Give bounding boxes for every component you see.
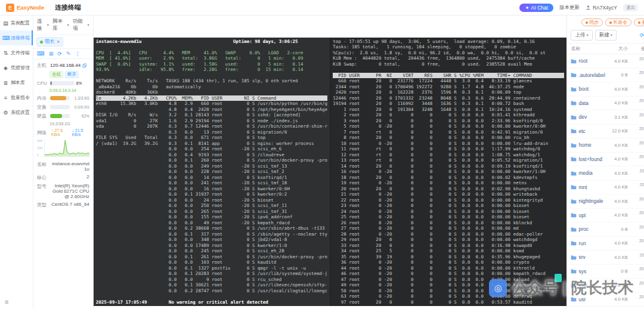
version-update-link[interactable]: 版本更新 bbox=[559, 4, 580, 11]
terminal-line: 0.3 0.0 13 root 0 S migration/0 bbox=[96, 129, 327, 135]
file-size: 4.0 KB bbox=[605, 86, 628, 92]
file-row[interactable]: opt 4.0 KB 2025-09-15 10:46:20 bbox=[567, 209, 644, 223]
file-row[interactable]: boot 4.0 KB 2023-12-05 21:03:49 bbox=[567, 82, 644, 97]
refresh-icon[interactable]: ⟳ bbox=[640, 32, 644, 38]
session-toolbar: ⌨ ⊞ ⟳ ✎ ⋮ bbox=[33, 49, 93, 59]
terminal-line: %Cpu(s): 2.0 us, 1.8 sy, 0.0 ni, 96.2 id… bbox=[333, 50, 564, 56]
folder-icon bbox=[571, 58, 577, 64]
collapse-sidebar-button[interactable]: ≡ bbox=[0, 295, 13, 309]
logout-button[interactable]: 退出 bbox=[623, 4, 638, 11]
file-row[interactable]: srv 4.0 KB 2018-04-11 12:59:55 bbox=[567, 251, 644, 265]
terminal-line: NETWORK Rx/s Tx/s TASKS 188 (434 thr), 1… bbox=[96, 78, 327, 84]
new-button[interactable]: 新建 ▾ bbox=[595, 30, 617, 41]
user-menu[interactable]: RA7X4ycY bbox=[586, 5, 617, 11]
sidebar-item[interactable]: ≡ 批量指令 bbox=[0, 90, 33, 105]
dropdown-menu[interactable]: 脚本库 ▾ bbox=[52, 18, 69, 32]
spark-ymax: 40K bbox=[37, 139, 43, 143]
spark-ymin: 0 bbox=[37, 153, 43, 157]
upload-button[interactable]: 上传 ▾ bbox=[571, 30, 592, 41]
terminal-line: 36 root 0 -20 0 0 0 S 0.0 0.0 0:00.00 cr… bbox=[333, 259, 564, 265]
file-row[interactable]: usr 4.0 KB 2025-09-06 03:42:05 bbox=[567, 293, 644, 307]
file-row[interactable]: home 4.0 KB 2024-09-04 16:21:53 bbox=[567, 138, 644, 153]
dropdown-label: 功能项 bbox=[73, 18, 87, 32]
terminal-line: 22 root 0 -20 0 0 0 S 0.0 0.0 0:00.00 ki… bbox=[333, 197, 564, 203]
terminal-line: 10 root 0 -20 0 0 0 S 0.0 0.0 0:00.00 lr… bbox=[333, 141, 564, 147]
terminal-line: 0.0 0.1 260 root 0 S /usr/bin/docker-pro… bbox=[96, 157, 327, 163]
disconnect-button[interactable]: 断开 bbox=[65, 71, 79, 78]
file-mtime: 2025-09-16 15:33:41 bbox=[628, 267, 644, 276]
file-row[interactable]: sys 0 B 2025-09-16 15:33:41 bbox=[567, 265, 644, 279]
upload-rate: ↑ 27.6 KB/s bbox=[51, 128, 69, 137]
file-size: 12.0 KB bbox=[605, 128, 628, 134]
dropdown-menu[interactable]: 连接 ▾ bbox=[37, 18, 49, 32]
feature-pill[interactable]: 同步 bbox=[581, 18, 603, 26]
more-icon[interactable]: ⋮ bbox=[75, 51, 80, 57]
file-row[interactable]: nightingale 4.0 KB 2025-09-17 11:04:23 bbox=[567, 194, 644, 209]
file-name: root bbox=[578, 58, 605, 64]
sidebar-item[interactable]: ⇅ 文件传输 bbox=[0, 45, 33, 60]
column-name[interactable]: 名称 bbox=[571, 45, 605, 52]
file-row[interactable]: run 4.0 KB 2025-09-16 15:41:42 bbox=[567, 237, 644, 251]
folder-icon bbox=[571, 227, 577, 232]
file-row[interactable]: proc 0 B 2025-09-16 15:33:40 bbox=[567, 223, 644, 237]
file-row[interactable]: tmp 4.0 KB 2025-09-17 17:03:10 bbox=[567, 279, 644, 293]
terminal-line: 0.0 0.0 14 root 0 S ksoftirqd/1 bbox=[96, 175, 327, 181]
feature-pill[interactable]: 多窗口 bbox=[634, 18, 644, 26]
sidebar-item[interactable]: ◈ 凭据管理 bbox=[0, 60, 33, 75]
file-mtime-time: 15:33:40 bbox=[628, 229, 644, 234]
sidebar-item[interactable]: ▤ 实例配置 bbox=[0, 16, 33, 30]
terminal-pane-top[interactable]: top - 17:05:51 up 98 days, 3:06, 5 users… bbox=[330, 38, 566, 307]
edit-icon[interactable]: ✎ bbox=[66, 51, 71, 57]
terminal-line: 35 root 39 19 0 0 0 S 0.0 0.0 0:35.96 kh… bbox=[333, 254, 564, 260]
column-size[interactable]: 大小 bbox=[605, 45, 628, 52]
close-tab-icon[interactable]: × bbox=[57, 39, 60, 45]
sidebar-item[interactable]: ⚙ 系统设置 bbox=[0, 105, 33, 120]
terminal-pane-glances[interactable]: instance-euwvmd1u Uptime: 98 days, 3:06:… bbox=[94, 38, 330, 307]
terminal-line: 2344 root 20 0 1700496 192272 9280 S 1.7… bbox=[333, 84, 564, 90]
session-tab[interactable]: 萌长 × bbox=[36, 37, 63, 47]
file-row[interactable]: mnt 4.0 KB 2018-04-11 12:59:55 bbox=[567, 181, 644, 195]
sidebar-item-label: 批量指令 bbox=[11, 94, 30, 101]
file-row[interactable]: data 4.0 KB 2025-09-16 15:35:33 bbox=[567, 97, 644, 111]
feature-pill[interactable]: 长命令 bbox=[605, 18, 631, 26]
file-table-header: 名称 大小 修改时间 bbox=[567, 44, 644, 54]
file-row[interactable]: .autorelabel 0 B 2023-12-05 21:03:46 bbox=[567, 69, 644, 83]
sidebar-item-icon: ◈ bbox=[2, 65, 9, 71]
scroll-to-bottom-button[interactable] bbox=[555, 274, 562, 282]
chevron-down-icon: ▾ bbox=[47, 23, 49, 27]
file-name: srv bbox=[578, 254, 605, 260]
terminal-line: 34 root 25 5 0 0 0 S 0.0 0.0 0:00.00 ksm… bbox=[333, 248, 564, 254]
file-row[interactable]: etc 12.0 KB 2025-09-12 14:46:32 bbox=[567, 125, 644, 139]
file-row[interactable]: lost+found 4.0 KB 2021-01-26 14:52:28 bbox=[567, 153, 644, 167]
dropdown-menu[interactable]: 功能项 ▾ bbox=[73, 18, 89, 32]
ai-chat-button[interactable]: ✦ AI Chat bbox=[519, 4, 553, 12]
terminal-line: FILE SYS Used Total 0.3 0.0 671 root 0 S… bbox=[96, 135, 327, 141]
file-mtime-date: 2025-09-16 bbox=[628, 225, 644, 230]
copy-icon[interactable] bbox=[82, 63, 87, 68]
split-screen-icon[interactable]: ⊞ bbox=[49, 51, 54, 57]
file-mtime-time: 14:46:06 bbox=[628, 117, 644, 122]
terminal-line: Tasks: 185 total, 1 running, 184 sleepin… bbox=[333, 44, 564, 50]
file-mtime-time: 12:59:55 bbox=[628, 187, 644, 192]
terminal-icon[interactable]: ⌨ bbox=[37, 51, 45, 57]
column-mtime[interactable]: 修改时间 bbox=[628, 45, 644, 52]
sidebar-item-label: 脚本库 bbox=[11, 79, 25, 86]
file-row[interactable]: root 4.0 KB 2025-09-16 15:34:38 bbox=[567, 54, 644, 69]
terminal-line: 12446 root 20 0 1701332 23248 8048 S 0.3… bbox=[333, 95, 564, 101]
memory-bar bbox=[50, 96, 70, 100]
app-logo[interactable]: E EasyNode bbox=[6, 4, 44, 12]
terminal-line: 2025-09-17 17:05:49 No warning or critic… bbox=[96, 299, 327, 305]
terminal-line: 0.0 0.0 245 root 0 S scsi_eh_28 bbox=[96, 248, 327, 254]
file-row[interactable]: dev 3.1 KB 2025-08-20 14:46:06 bbox=[567, 110, 644, 125]
file-row[interactable]: media 4.0 KB 2018-04-11 12:59:55 bbox=[567, 166, 644, 181]
terminal-line: 0.0 0.1 1327 postfix 0 S qmgr -l -t unix… bbox=[96, 265, 327, 271]
sidebar-item-label: 文件传输 bbox=[11, 50, 30, 56]
refresh-icon[interactable]: ⟳ bbox=[58, 51, 63, 57]
terminal-line: 14 root 20 0 0 0 0 S 0.0 0.0 0:09.19 kso… bbox=[333, 163, 564, 169]
sidebar-item[interactable]: ≣ 脚本库 bbox=[0, 75, 33, 90]
terminal[interactable]: instance-euwvmd1u Uptime: 98 days, 3:06:… bbox=[94, 38, 567, 307]
sidebar-item[interactable]: ⌨ 连接终端 bbox=[0, 30, 33, 45]
load-average: 0.09,0.14,0.14 bbox=[37, 88, 89, 92]
terminal-area: instance-euwvmd1u Uptime: 98 days, 3:06:… bbox=[94, 16, 567, 309]
terminal-line: 33 root 20 0 0 0 0 S 0.0 0.0 0:16.98 ksw… bbox=[333, 243, 564, 249]
